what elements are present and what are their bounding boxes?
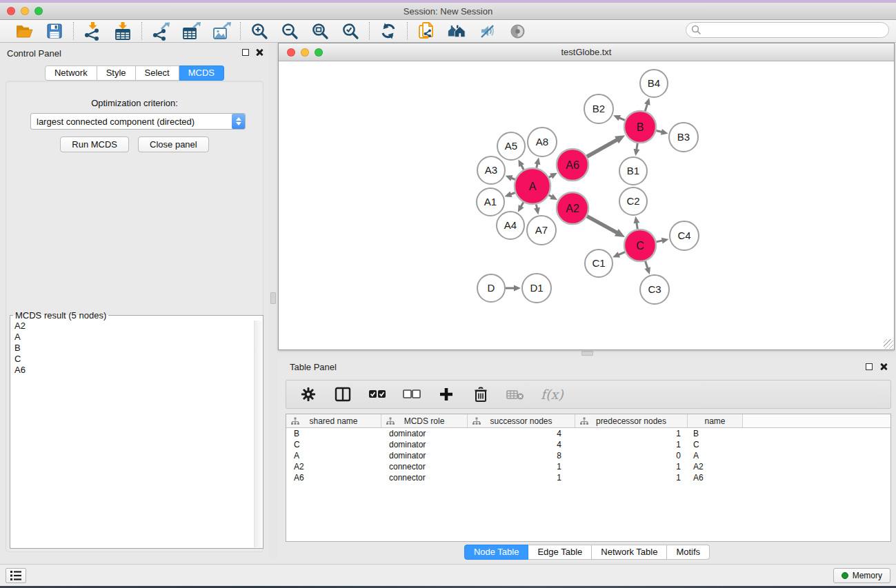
import-network-icon[interactable] <box>83 22 102 41</box>
settings-gear-icon[interactable] <box>299 385 317 403</box>
graph-node-a2[interactable]: A2 <box>557 192 588 224</box>
table-cell[interactable]: dominator <box>381 451 468 460</box>
graph-node-b2[interactable]: B2 <box>584 94 613 123</box>
horizontal-splitter[interactable] <box>278 350 896 357</box>
graph-node-a8[interactable]: A8 <box>528 128 557 156</box>
tab-network[interactable]: Network <box>45 65 97 81</box>
table-row[interactable]: Cdominator41C <box>286 439 890 450</box>
task-history-button[interactable] <box>6 568 26 583</box>
result-item[interactable]: C <box>11 354 254 365</box>
delete-column-icon[interactable] <box>472 385 490 403</box>
table-cell[interactable]: 1 <box>468 473 575 483</box>
zoom-fit-icon[interactable] <box>310 22 330 41</box>
table-cell[interactable]: A6 <box>688 473 743 483</box>
table-cell[interactable]: B <box>688 429 743 438</box>
table-cell[interactable]: 1 <box>575 440 688 449</box>
mcds-result-list[interactable]: A2ABCA6 <box>11 321 254 547</box>
network-graph[interactable]: AA6A2BCA5A8A3A1A4A7B2B4B3B1C2C4C1C3DD1 <box>279 61 894 349</box>
export-network-icon[interactable] <box>151 22 170 41</box>
tab-node-table[interactable]: Node Table <box>464 545 529 560</box>
tab-select[interactable]: Select <box>136 65 179 81</box>
graph-node-d[interactable]: D <box>477 274 505 302</box>
network-canvas[interactable]: AA6A2BCA5A8A3A1A4A7B2B4B3B1C2C4C1C3DD1 <box>279 61 894 349</box>
tab-motifs[interactable]: Motifs <box>667 545 710 560</box>
graph-node-a4[interactable]: A4 <box>497 212 524 239</box>
function-builder-icon[interactable]: f(x) <box>541 387 564 402</box>
graph-node-d1[interactable]: D1 <box>522 274 551 303</box>
table-cell[interactable]: 1 <box>468 462 575 472</box>
table-cell[interactable]: B <box>286 429 381 438</box>
table-cell[interactable]: 4 <box>468 429 575 438</box>
memory-button[interactable]: Memory <box>833 568 890 583</box>
graph-node-a[interactable]: A <box>515 168 550 204</box>
result-scrollbar[interactable] <box>254 321 262 547</box>
result-item[interactable]: A <box>11 332 254 343</box>
result-item[interactable]: A2 <box>11 321 254 332</box>
table-cell[interactable]: 4 <box>468 440 575 449</box>
table-cell[interactable]: 8 <box>468 451 575 460</box>
table-cell[interactable]: A2 <box>688 462 743 472</box>
graph-node-b4[interactable]: B4 <box>640 70 668 97</box>
run-mcds-button[interactable]: Run MCDS <box>60 136 129 152</box>
minimize-window-button[interactable] <box>21 7 29 15</box>
search-input[interactable] <box>701 26 888 35</box>
criterion-select[interactable]: largest connected component (directed) <box>30 113 246 130</box>
select-all-columns-icon[interactable] <box>368 385 386 403</box>
table-cell[interactable]: connector <box>381 462 468 472</box>
maximize-view-button[interactable] <box>315 48 323 57</box>
hide-graphics-details-icon[interactable] <box>477 22 497 41</box>
table-row[interactable]: A6connector11A6 <box>286 472 890 483</box>
deselect-all-columns-icon[interactable] <box>403 385 421 403</box>
close-panel-icon[interactable] <box>880 363 888 370</box>
graph-node-c2[interactable]: C2 <box>619 187 647 215</box>
splitter-handle[interactable] <box>270 292 276 304</box>
search-field[interactable] <box>686 22 889 38</box>
table-cell[interactable]: dominator <box>381 440 468 449</box>
graph-node-a1[interactable]: A1 <box>477 188 504 216</box>
maximize-window-button[interactable] <box>34 7 43 15</box>
save-session-icon[interactable] <box>45 22 64 41</box>
home-icon[interactable] <box>447 22 466 41</box>
import-table-icon[interactable] <box>113 22 132 41</box>
vertical-splitter[interactable] <box>269 43 278 558</box>
table-cell[interactable]: A <box>688 451 743 460</box>
graph-node-a5[interactable]: A5 <box>497 132 525 160</box>
table-cell[interactable]: 0 <box>575 451 688 460</box>
graph-node-b3[interactable]: B3 <box>669 123 698 152</box>
network-window-titlebar[interactable]: testGlobe.txt <box>279 43 894 61</box>
export-table-icon[interactable] <box>181 22 201 41</box>
minimize-view-button[interactable] <box>301 48 309 57</box>
table-cell[interactable]: 1 <box>575 473 688 483</box>
graph-node-c4[interactable]: C4 <box>670 221 699 250</box>
table-cell[interactable]: C <box>286 440 381 449</box>
export-image-icon[interactable] <box>212 22 231 41</box>
table-cell[interactable]: 1 <box>575 429 688 438</box>
table-cell[interactable]: A <box>286 451 381 460</box>
graph-node-a3[interactable]: A3 <box>477 156 505 184</box>
table-cell[interactable]: dominator <box>381 429 468 438</box>
birds-eye-view-icon[interactable] <box>508 22 527 41</box>
result-item[interactable]: A6 <box>11 365 254 376</box>
zoom-out-icon[interactable] <box>280 22 299 41</box>
float-panel-icon[interactable] <box>866 363 873 370</box>
duplicate-network-view-icon[interactable] <box>417 22 436 41</box>
close-panel-button[interactable]: Close panel <box>138 136 209 152</box>
resize-grip[interactable] <box>884 339 893 349</box>
close-view-button[interactable] <box>287 48 295 57</box>
node-table[interactable]: shared nameMCDS rolesuccessor nodesprede… <box>286 414 891 542</box>
graph-node-a7[interactable]: A7 <box>527 216 556 245</box>
column-header-successor-nodes[interactable]: successor nodes <box>468 414 575 427</box>
tab-edge-table[interactable]: Edge Table <box>528 545 592 560</box>
table-cell[interactable]: 1 <box>575 462 688 472</box>
split-view-icon[interactable] <box>334 385 352 403</box>
column-header-predecessor-nodes[interactable]: predecessor nodes <box>575 414 688 427</box>
graph-node-b1[interactable]: B1 <box>619 157 647 185</box>
float-panel-icon[interactable] <box>242 49 249 56</box>
table-cell[interactable]: connector <box>381 473 468 483</box>
graph-node-a6[interactable]: A6 <box>557 149 588 181</box>
splitter-handle[interactable] <box>581 351 593 356</box>
zoom-selected-icon[interactable] <box>341 22 360 41</box>
add-column-icon[interactable] <box>437 385 455 403</box>
table-row[interactable]: Adominator80A <box>286 450 890 461</box>
graph-node-b[interactable]: B <box>624 111 656 143</box>
